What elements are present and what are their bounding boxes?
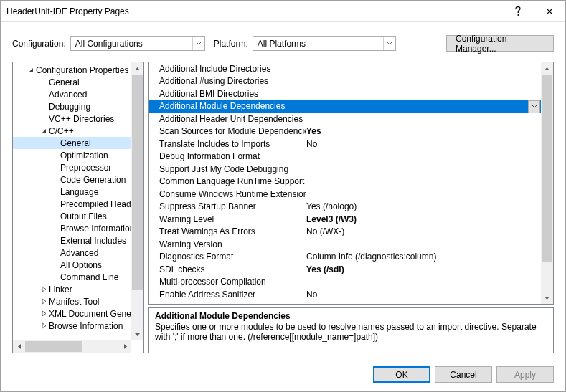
property-row[interactable]: Translate Includes to ImportsNo bbox=[149, 138, 553, 150]
configuration-value: All Configurations bbox=[71, 39, 192, 49]
property-row[interactable]: Additional Include Directories bbox=[149, 62, 553, 75]
property-grid[interactable]: Additional Include DirectoriesAdditional… bbox=[149, 62, 553, 304]
property-row[interactable]: Multi-processor Compilation bbox=[149, 276, 553, 289]
config-bar: Configuration: All Configurations Platfo… bbox=[1, 22, 565, 62]
twist-closed-icon[interactable] bbox=[39, 298, 49, 305]
property-grid-panel: Additional Include DirectoriesAdditional… bbox=[148, 62, 554, 305]
property-name: Multi-processor Compilation bbox=[159, 277, 306, 287]
property-name: Support Just My Code Debugging bbox=[159, 164, 306, 174]
property-name: Diagnostics Format bbox=[159, 252, 306, 262]
tree-item[interactable]: External Includes bbox=[13, 234, 143, 247]
property-name: Additional Include Directories bbox=[159, 64, 306, 74]
property-row[interactable]: Warning Version bbox=[149, 238, 553, 251]
property-row[interactable]: Additional Module Dependencies bbox=[149, 100, 553, 113]
tree-item[interactable]: Preprocessor bbox=[13, 161, 143, 173]
tree-item-ccpp[interactable]: C/C++ bbox=[13, 125, 143, 137]
property-row[interactable]: Warning LevelLevel3 (/W3) bbox=[149, 213, 553, 226]
scroll-down-icon[interactable] bbox=[131, 328, 143, 340]
property-name: Translate Includes to Imports bbox=[159, 139, 306, 149]
property-dropdown-button[interactable] bbox=[528, 100, 540, 113]
tree-item[interactable]: XML Document Genera bbox=[13, 307, 143, 320]
property-row[interactable]: Enable Address SanitizerNo bbox=[149, 288, 553, 301]
chevron-down-icon bbox=[383, 37, 395, 50]
property-row[interactable]: Consume Windows Runtime Extension bbox=[149, 188, 553, 201]
property-name: Additional Header Unit Dependencies bbox=[159, 114, 306, 124]
tree-item[interactable]: Advanced bbox=[13, 88, 143, 100]
property-value: Yes (/nologo) bbox=[306, 201, 553, 211]
property-name: Enable Address Sanitizer bbox=[159, 290, 306, 300]
tree[interactable]: Configuration PropertiesGeneralAdvancedD… bbox=[13, 62, 143, 353]
configuration-combo[interactable]: All Configurations bbox=[70, 36, 205, 51]
configuration-manager-button[interactable]: Configuration Manager... bbox=[446, 35, 554, 52]
configuration-label: Configuration: bbox=[12, 39, 66, 49]
tree-scrollbar-horizontal[interactable] bbox=[13, 340, 131, 353]
scroll-up-icon[interactable] bbox=[541, 62, 553, 75]
property-row[interactable]: Debug Information Format bbox=[149, 150, 553, 163]
property-value: Level3 (/W3) bbox=[306, 214, 553, 224]
property-name: Warning Version bbox=[159, 239, 306, 249]
property-row[interactable]: Additional #using Directories bbox=[149, 75, 553, 88]
scroll-down-icon[interactable] bbox=[541, 292, 553, 304]
tree-item[interactable]: Linker bbox=[13, 283, 143, 295]
property-row[interactable]: Additional BMI Directories bbox=[149, 87, 553, 100]
tree-scrollbar-vertical[interactable] bbox=[131, 62, 143, 340]
twist-closed-icon[interactable] bbox=[39, 310, 49, 317]
property-row[interactable]: Scan Sources for Module DependenciesYes bbox=[149, 125, 553, 138]
scroll-thumb[interactable] bbox=[542, 75, 552, 262]
property-value: Column Info (/diagnostics:column) bbox=[306, 252, 553, 262]
property-name: SDL checks bbox=[159, 264, 306, 274]
tree-item[interactable]: Language bbox=[13, 186, 143, 198]
twist-closed-icon[interactable] bbox=[39, 286, 49, 292]
tree-item[interactable]: Browse Information bbox=[13, 222, 143, 234]
scroll-up-icon[interactable] bbox=[131, 62, 143, 75]
property-name: Debug Information Format bbox=[159, 151, 306, 161]
property-value: Yes bbox=[306, 126, 553, 136]
tree-item[interactable]: Output Files bbox=[13, 210, 143, 222]
property-name: Common Language RunTime Support bbox=[159, 176, 306, 186]
property-name: Additional BMI Directories bbox=[159, 89, 306, 99]
twist-closed-icon[interactable] bbox=[39, 322, 49, 329]
tree-item[interactable]: Debugging bbox=[13, 100, 143, 113]
scroll-right-icon[interactable] bbox=[119, 340, 131, 353]
platform-label: Platform: bbox=[214, 39, 248, 49]
property-name: Consume Windows Runtime Extension bbox=[159, 189, 306, 199]
property-row[interactable]: Suppress Startup BannerYes (/nologo) bbox=[149, 201, 553, 214]
grid-scrollbar-vertical[interactable] bbox=[541, 62, 553, 304]
twist-open-icon[interactable] bbox=[26, 67, 36, 73]
tree-item[interactable]: Browse Information bbox=[13, 320, 143, 332]
help-button[interactable] bbox=[502, 1, 534, 22]
close-button[interactable] bbox=[534, 1, 565, 22]
property-row[interactable]: SDL checksYes (/sdl) bbox=[149, 263, 553, 276]
property-row[interactable]: Diagnostics FormatColumn Info (/diagnost… bbox=[149, 251, 553, 264]
twist-open-icon[interactable] bbox=[39, 128, 49, 134]
tree-item[interactable]: General bbox=[13, 137, 143, 149]
tree-item[interactable]: Manifest Tool bbox=[13, 295, 143, 307]
chevron-down-icon bbox=[192, 37, 204, 50]
platform-combo[interactable]: All Platforms bbox=[253, 36, 396, 51]
apply-button[interactable]: Apply bbox=[496, 366, 554, 383]
scroll-thumb[interactable] bbox=[25, 341, 82, 352]
tree-item-configuration-properties[interactable]: Configuration Properties bbox=[13, 64, 143, 76]
cancel-button[interactable]: Cancel bbox=[435, 366, 492, 383]
platform-value: All Platforms bbox=[253, 39, 383, 49]
property-name: Additional Module Dependencies bbox=[159, 101, 306, 111]
tree-item[interactable]: Command Line bbox=[13, 271, 143, 283]
property-value: No (/WX-) bbox=[306, 226, 553, 236]
scroll-left-icon[interactable] bbox=[13, 340, 25, 353]
tree-panel: Configuration PropertiesGeneralAdvancedD… bbox=[12, 62, 144, 353]
property-row[interactable]: Additional Header Unit Dependencies bbox=[149, 113, 553, 125]
tree-item[interactable]: VC++ Directories bbox=[13, 113, 143, 125]
tree-item[interactable]: All Options bbox=[13, 259, 143, 271]
tree-item[interactable]: General bbox=[13, 76, 143, 88]
property-row[interactable]: Support Just My Code Debugging bbox=[149, 163, 553, 176]
tree-item[interactable]: Advanced bbox=[13, 247, 143, 259]
tree-item[interactable]: Optimization bbox=[13, 149, 143, 161]
tree-item[interactable]: Precompiled Heade bbox=[13, 198, 143, 210]
property-row[interactable]: Common Language RunTime Support bbox=[149, 176, 553, 188]
ok-button[interactable]: OK bbox=[373, 366, 430, 383]
scroll-thumb[interactable] bbox=[132, 75, 143, 290]
description-body: Specifies one or more modules to be used… bbox=[155, 322, 547, 342]
property-row[interactable]: Treat Warnings As ErrorsNo (/WX-) bbox=[149, 226, 553, 239]
tree-item[interactable]: Code Generation bbox=[13, 173, 143, 186]
window-title: HeaderUnit-IDE Property Pages bbox=[6, 6, 502, 16]
